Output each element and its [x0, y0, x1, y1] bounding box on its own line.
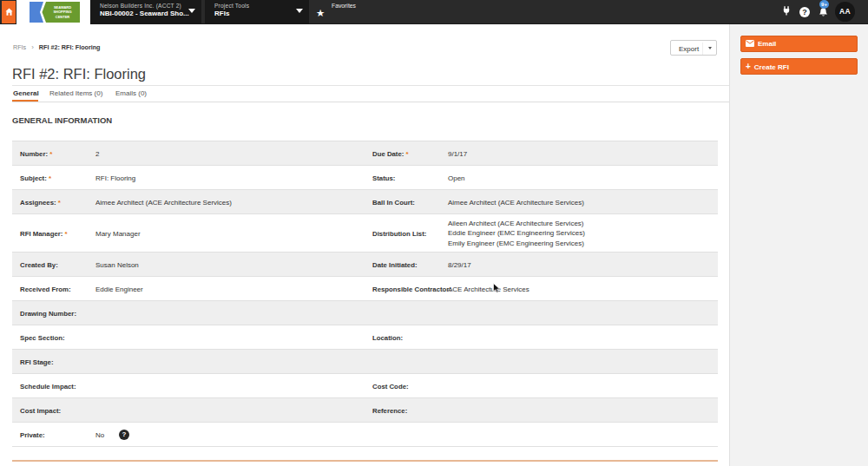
svg-text:CENTER: CENTER	[56, 15, 70, 19]
svg-text:SHOPPING: SHOPPING	[53, 10, 71, 14]
svg-text:SEAWARD: SEAWARD	[54, 5, 71, 10]
